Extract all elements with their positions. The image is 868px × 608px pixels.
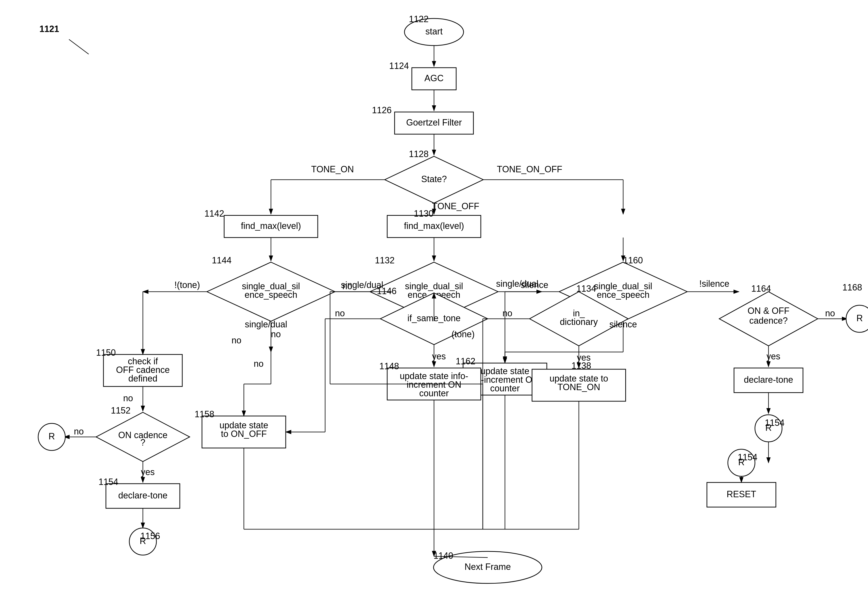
no-if-same-tone: no xyxy=(335,308,345,318)
on-cadence-line2: ? xyxy=(140,438,145,447)
ref-1148: 1148 xyxy=(379,361,399,371)
update-on-line3: counter xyxy=(419,388,449,398)
ref-1158: 1158 xyxy=(195,409,214,419)
no-mid-left: no xyxy=(343,281,352,291)
single-dual-label-left: single/dual xyxy=(245,319,287,330)
on-off-cad-line2: cadence? xyxy=(749,316,788,326)
ref-1142: 1142 xyxy=(205,209,224,218)
ref-1154-r4: 1154 xyxy=(738,452,757,462)
no-check-off: no xyxy=(123,393,133,403)
ref-1144: 1144 xyxy=(212,255,231,265)
ref-1121: 1121 xyxy=(39,24,59,34)
ref-1168: 1168 xyxy=(842,282,862,292)
no-left-down: no xyxy=(271,329,281,339)
diagram-container: 1121 start 1122 AGC 1124 Goertzel Filter… xyxy=(0,0,868,608)
no-label-left: no xyxy=(231,335,242,345)
ref-1134: 1134 xyxy=(577,283,596,294)
no-cadence-right: no xyxy=(825,308,835,318)
r-no-cadence-label: R xyxy=(48,431,55,441)
not-silence-label: !silence xyxy=(699,278,729,289)
ref-1130: 1130 xyxy=(414,209,434,218)
ref-1152: 1152 xyxy=(111,405,130,416)
update-off-line3: counter xyxy=(490,383,520,393)
not-tone-label: !(tone) xyxy=(174,280,200,290)
ref-1162: 1162 xyxy=(456,356,475,366)
no-on-cadence: no xyxy=(74,426,84,436)
no-sds-left-down: no xyxy=(254,359,264,369)
ref-1164: 1164 xyxy=(751,283,771,294)
tone-on-off-label: TONE_ON_OFF xyxy=(497,164,562,174)
on-off-cad-line1: ON & OFF xyxy=(747,306,789,316)
tone-on-label: TONE_ON xyxy=(311,164,354,174)
no-in-dict: no xyxy=(502,308,512,318)
tone-off-label: TONE_OFF xyxy=(432,201,479,211)
sds-left-line2: ence_speech xyxy=(245,290,297,300)
silence-label: silence xyxy=(521,280,548,290)
goertzel-label: Goertzel Filter xyxy=(406,118,462,127)
ref-1160: 1160 xyxy=(623,255,643,265)
ref-1132: 1132 xyxy=(375,255,395,265)
ref-1156: 1156 xyxy=(140,531,160,541)
next-frame-label: Next Frame xyxy=(465,562,511,572)
ref-1154-left: 1154 xyxy=(99,477,118,487)
agc-label: AGC xyxy=(425,73,443,83)
yes-cadence: yes xyxy=(767,351,780,361)
ref-1150: 1150 xyxy=(96,348,116,358)
yes-on-cadence: yes xyxy=(141,467,155,477)
ref-1146: 1146 xyxy=(377,286,397,296)
r-right-label: R xyxy=(856,313,863,323)
check-off-line3: defined xyxy=(128,373,157,384)
yes-if-same: yes xyxy=(432,351,446,361)
declare-tone-right-label: declare-tone xyxy=(744,374,793,385)
ref-1126: 1126 xyxy=(372,105,392,115)
findmax-mid-label: find_max(level) xyxy=(404,221,464,231)
state-label: State? xyxy=(421,174,447,184)
ref-1128: 1128 xyxy=(409,149,429,159)
ref-1154-r3: 1154 xyxy=(765,418,784,428)
sds-right-line2: ence_speech xyxy=(597,290,649,300)
ref-1122: 1122 xyxy=(409,14,429,24)
start-label: start xyxy=(425,26,443,36)
ref-1124: 1124 xyxy=(389,61,409,71)
svg-line-2 xyxy=(69,39,89,54)
update-on-off-line2: to ON_OFF xyxy=(221,429,267,439)
in-dict-line2: dictionary xyxy=(560,317,598,327)
tone-paren-label: (tone) xyxy=(451,329,475,339)
findmax-left-label: find_max(level) xyxy=(241,221,301,231)
reset-label: RESET xyxy=(727,489,756,499)
declare-tone-left-label: declare-tone xyxy=(118,490,167,500)
ref-1140: 1140 xyxy=(434,551,453,561)
update-tone-on-line2: TONE_ON xyxy=(557,382,600,392)
